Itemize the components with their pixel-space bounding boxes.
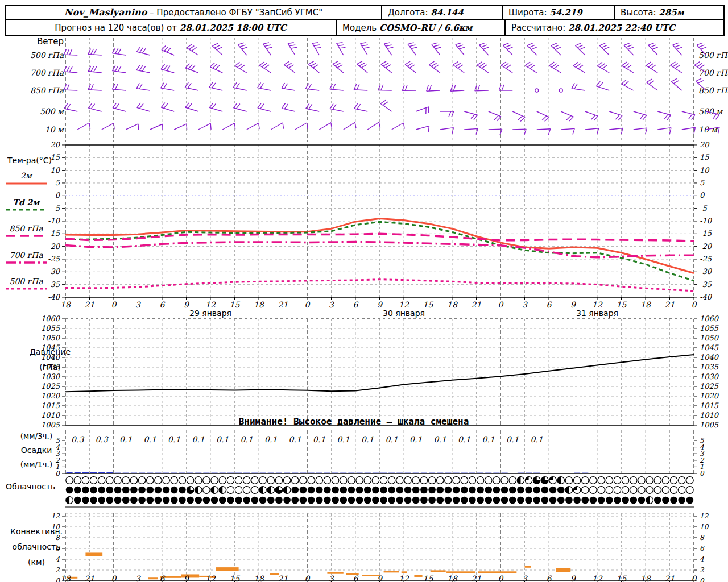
- wind-barb-icon: [150, 124, 165, 135]
- precip-bar: [340, 473, 346, 473]
- precip-bar: [461, 473, 468, 473]
- hour-label: 12: [205, 300, 216, 309]
- temp-tick-left: 10: [50, 166, 60, 174]
- wind-barb-icon: [187, 43, 201, 55]
- header-calc-cell: Рассчитано: 28.01.2025 22:40 UTC: [504, 20, 723, 35]
- wind-barb-icon: [64, 49, 77, 55]
- wind-barb-icon: [622, 61, 636, 73]
- meteogram-chart: 2020151510105500-5-5-10-10-15-15-20-20-2…: [0, 0, 728, 582]
- forecast-time: 28.01.2025 18:00 UTC: [180, 23, 287, 33]
- hour-label-bottom: 0: [305, 574, 311, 582]
- pressure-tick-right: 1010: [700, 411, 719, 419]
- precip-bar: [115, 473, 121, 473]
- precip-bar: [413, 473, 419, 473]
- precip-3h-value: 0.1: [119, 435, 132, 444]
- precip-bar: [437, 473, 443, 473]
- hour-label: 15: [423, 300, 434, 309]
- precip-bar: [574, 473, 580, 473]
- precip-3h-value: 0.3: [71, 435, 84, 444]
- precip-tick-left: 0: [55, 469, 60, 477]
- precip-bar: [220, 473, 226, 473]
- wind-barb-icon: [333, 60, 347, 73]
- wind-barb-icon: [282, 103, 296, 111]
- hour-label-bottom: 3: [329, 574, 334, 582]
- wind-barb-icon: [258, 82, 272, 90]
- wind-barb-icon: [247, 123, 262, 134]
- wind-barb-icon: [88, 84, 102, 90]
- precip-bar: [82, 472, 89, 473]
- hour-label-bottom: 12: [399, 574, 410, 582]
- hour-label: 18: [60, 300, 71, 309]
- conv-tick-left: 4: [55, 555, 60, 563]
- wind-barb-icon: [312, 40, 324, 55]
- wind-barb-icon: [288, 40, 300, 55]
- precip-3h-value: 0.1: [216, 435, 229, 444]
- hour-label: 6: [353, 300, 359, 309]
- precip-bar: [67, 472, 73, 473]
- precip-bar: [90, 472, 97, 473]
- wind-barb-icon: [559, 111, 573, 122]
- precip-title-1: (мм/3ч.): [20, 431, 52, 440]
- altitude-value: 285м: [659, 7, 684, 18]
- precip-3h-value: 0.1: [168, 435, 180, 444]
- precip-bar: [139, 473, 145, 473]
- wind-barb-icon: [416, 126, 431, 135]
- legend-item-label: 500 гПа: [9, 277, 43, 286]
- wind-barb-icon: [380, 99, 395, 111]
- hour-label-bottom: 3: [135, 574, 141, 582]
- hour-label-bottom: 21: [85, 574, 95, 582]
- temp-tick-right: -15: [700, 229, 712, 238]
- precip-bar: [365, 473, 371, 473]
- temp-tick-right: 10: [700, 166, 710, 174]
- hour-label: 9: [377, 300, 383, 309]
- pressure-tick-right: 1035: [700, 363, 719, 371]
- latitude-label: Широта:: [508, 7, 547, 18]
- temp-tick-left: -40: [48, 293, 61, 301]
- wind-barb-icon: [209, 102, 224, 111]
- hour-label-bottom: 15: [617, 574, 627, 582]
- precip-bar: [212, 473, 218, 473]
- meteogram-page: Nov_Maslyanino – Предоставлено ФГБУ "Зап…: [0, 0, 728, 582]
- precip-bar: [123, 473, 129, 473]
- wind-barb-icon: [77, 123, 92, 135]
- precip-bar: [477, 473, 483, 473]
- hour-label: 0: [111, 300, 117, 309]
- wind-barb-icon: [112, 65, 126, 73]
- wind-barb-icon: [596, 81, 611, 90]
- wind-level-label-right: 500 м: [698, 107, 723, 116]
- precip-3h-value: 0.1: [531, 435, 543, 444]
- date-label: 30 января: [383, 309, 425, 318]
- precip-bar: [203, 473, 209, 473]
- header-row-2: Прогноз на 120 часа(ов) от 28.01.2025 18…: [6, 20, 723, 35]
- pressure-tick-left: 1035: [41, 363, 60, 371]
- wind-barb-icon: [384, 41, 396, 55]
- hour-label-bottom: 12: [592, 574, 603, 582]
- convective-segment: [446, 571, 475, 573]
- temp-tick-left: -20: [48, 242, 61, 251]
- wind-barb-icon: [284, 60, 298, 73]
- precip-bar: [493, 473, 499, 473]
- pressure-tick-right: 1015: [700, 401, 719, 410]
- precip-bar: [235, 473, 242, 473]
- hour-label-bottom: 0: [111, 574, 117, 582]
- model-label: Модель: [342, 23, 377, 33]
- header-longitude-cell: Долгота: 84.144: [381, 6, 502, 19]
- temp-tick-right: 15: [700, 153, 709, 161]
- station-name: Nov_Maslyanino: [64, 7, 147, 18]
- wind-level-label-right: 700 гПа: [698, 68, 728, 77]
- wind-barb-icon: [622, 79, 636, 90]
- wind-barb-icon: [113, 102, 127, 111]
- wind-barb-icon: [378, 85, 392, 90]
- wind-barb-icon: [330, 84, 344, 90]
- wind-level-label-left: 500 гПа: [30, 51, 64, 60]
- hour-label: 0: [692, 300, 697, 309]
- wind-barb-icon: [499, 85, 512, 90]
- precip-3h-value: 0.1: [289, 435, 301, 444]
- wind-barb-icon: [551, 41, 565, 55]
- precip-bar: [453, 473, 460, 473]
- hour-label: 6: [547, 300, 552, 309]
- hour-label: 15: [617, 300, 627, 309]
- hour-label: 18: [254, 300, 264, 309]
- wind-barb-icon: [258, 102, 272, 111]
- precip-3h-value: 0.1: [264, 435, 277, 444]
